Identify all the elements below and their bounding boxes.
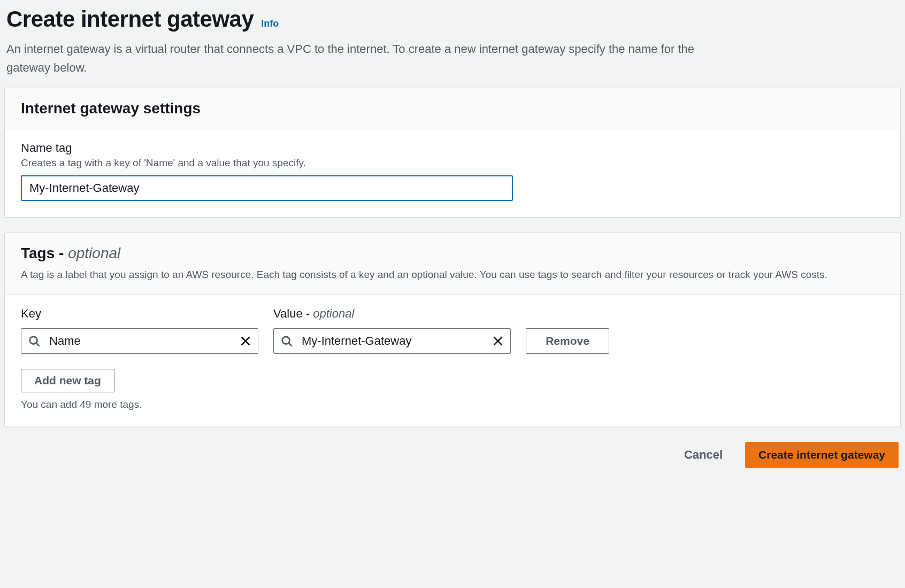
add-tag-row: Add new tag: [21, 369, 884, 392]
tag-limit-text: You can add 49 more tags.: [21, 399, 884, 411]
cancel-button[interactable]: Cancel: [674, 442, 732, 468]
tag-key-column: Key: [21, 307, 258, 354]
tags-panel-body: Key Value - optional: [5, 295, 900, 427]
tag-value-input[interactable]: [273, 328, 511, 354]
name-tag-hint: Creates a tag with a key of 'Name' and a…: [21, 157, 884, 169]
page-header: Create internet gateway Info An internet…: [4, 0, 901, 88]
footer-actions: Cancel Create internet gateway: [4, 442, 901, 468]
info-link[interactable]: Info: [261, 18, 279, 29]
clear-icon[interactable]: [240, 336, 251, 346]
page-title: Create internet gateway: [6, 6, 254, 32]
settings-panel: Internet gateway settings Name tag Creat…: [4, 88, 901, 218]
tag-value-label-text: Value: [273, 307, 303, 320]
tag-value-label-suffix: optional: [313, 307, 354, 320]
tag-remove-column: Remove: [526, 328, 609, 354]
settings-panel-body: Name tag Creates a tag with a key of 'Na…: [5, 129, 900, 217]
tag-row: Key Value - optional: [21, 307, 884, 354]
settings-panel-header: Internet gateway settings: [5, 88, 900, 129]
tags-panel: Tags - optional A tag is a label that yo…: [4, 233, 901, 427]
tags-panel-description: A tag is a label that you assign to an A…: [21, 267, 884, 283]
remove-tag-button[interactable]: Remove: [526, 328, 609, 354]
tags-panel-title: Tags - optional: [21, 245, 884, 262]
tag-value-label: Value - optional: [273, 307, 511, 321]
add-new-tag-button[interactable]: Add new tag: [21, 369, 114, 392]
tags-panel-header: Tags - optional A tag is a label that yo…: [5, 233, 900, 295]
page-description: An internet gateway is a virtual router …: [6, 40, 696, 77]
tag-key-label: Key: [21, 307, 258, 321]
settings-panel-title: Internet gateway settings: [21, 100, 884, 117]
name-tag-input[interactable]: [21, 175, 513, 201]
title-row: Create internet gateway Info: [6, 6, 899, 32]
tag-value-input-wrap: [273, 328, 511, 354]
tag-value-column: Value - optional: [273, 307, 511, 354]
name-tag-label: Name tag: [21, 141, 884, 155]
tag-key-input-wrap: [21, 328, 258, 354]
create-internet-gateway-button[interactable]: Create internet gateway: [745, 442, 899, 468]
clear-icon[interactable]: [493, 336, 503, 346]
tag-key-input[interactable]: [21, 328, 258, 354]
tags-title-text: Tags: [21, 245, 55, 261]
tags-title-suffix: optional: [68, 245, 120, 261]
